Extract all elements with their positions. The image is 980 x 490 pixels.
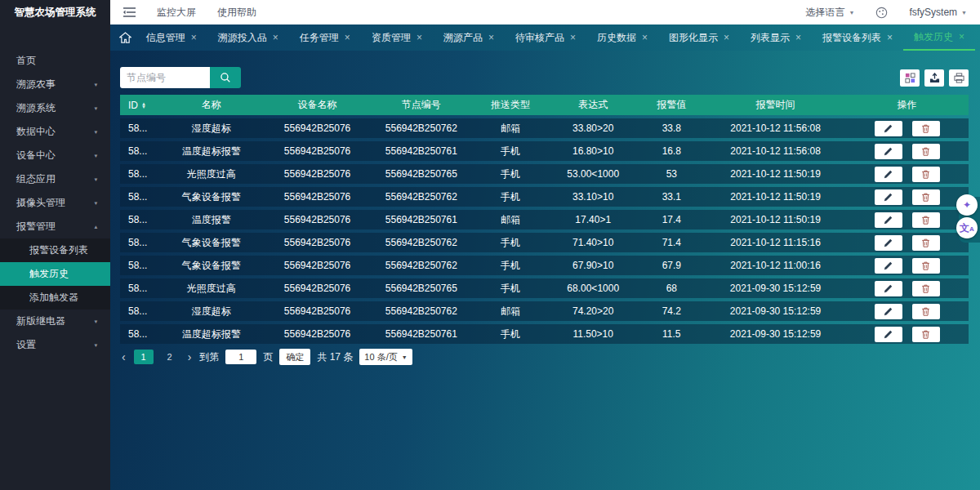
menu-monitor-screen[interactable]: 监控大屏: [157, 6, 196, 20]
sidebar-item[interactable]: 添加触发器: [0, 286, 110, 310]
sidebar-item[interactable]: 报警设备列表: [0, 238, 110, 262]
cell-push: 邮箱: [472, 122, 549, 136]
delete-button[interactable]: [912, 235, 940, 251]
delete-button[interactable]: [912, 212, 940, 228]
tab[interactable]: 溯源投入品 ×: [207, 24, 289, 51]
tab-label: 报警设备列表: [822, 31, 881, 45]
cell-id: 58...: [120, 305, 158, 317]
cell-node: 556942B250762: [371, 237, 473, 248]
sidebar-item[interactable]: 溯源系统 ▼: [0, 96, 110, 120]
chevron-down-icon: ▼: [961, 10, 967, 16]
close-icon[interactable]: ×: [887, 32, 893, 43]
tab[interactable]: 资质管理 ×: [361, 24, 433, 51]
user-menu[interactable]: fsfySystem ▼: [909, 7, 967, 18]
sidebar-item[interactable]: 新版继电器 ▼: [0, 310, 110, 333]
edit-button[interactable]: [875, 327, 902, 342]
cell-value: 17.4: [638, 214, 706, 225]
search-button[interactable]: [210, 67, 241, 88]
pencil-icon: [884, 124, 893, 133]
tab[interactable]: 触发历史 ×: [903, 24, 975, 51]
close-icon[interactable]: ×: [642, 32, 648, 43]
sidebar-item[interactable]: 触发历史: [0, 262, 110, 286]
cell-push: 手机: [472, 145, 549, 158]
delete-button[interactable]: [912, 327, 940, 342]
edit-button[interactable]: [875, 144, 902, 159]
trash-icon: [921, 330, 930, 339]
sidebar-item[interactable]: 组态应用 ▼: [0, 167, 110, 191]
edit-button[interactable]: [875, 212, 902, 228]
tab-home[interactable]: [115, 24, 136, 51]
sidebar-item[interactable]: 报警管理 ▲: [0, 215, 110, 238]
sidebar-item[interactable]: 设备中心 ▼: [0, 144, 110, 167]
page-size-select[interactable]: 10 条/页 ▼: [359, 349, 412, 365]
delete-button[interactable]: [912, 121, 940, 136]
table-row: 58... 温度超标报警 556942B25076 556942B250761 …: [120, 141, 969, 161]
table-row: 58... 湿度超标 556942B25076 556942B250762 邮箱…: [120, 301, 969, 321]
cell-operations: [845, 167, 969, 182]
cell-operations: [845, 212, 969, 228]
page-button-2[interactable]: 2: [160, 350, 180, 364]
tab[interactable]: 任务管理 ×: [289, 24, 361, 51]
column-filter-button[interactable]: [900, 69, 920, 87]
collapse-sidebar-button[interactable]: [123, 7, 136, 17]
delete-button[interactable]: [912, 189, 940, 205]
goto-confirm-button[interactable]: 确定: [279, 349, 310, 365]
print-button[interactable]: [949, 69, 969, 87]
delete-button[interactable]: [912, 258, 940, 274]
ai-assistant-button[interactable]: ✦: [956, 194, 978, 216]
edit-button[interactable]: [875, 304, 902, 319]
tab[interactable]: 溯源产品 ×: [433, 24, 505, 51]
close-icon[interactable]: ×: [488, 32, 494, 43]
close-icon[interactable]: ×: [959, 31, 964, 42]
trash-icon: [921, 238, 930, 247]
translate-button[interactable]: 文A: [956, 217, 978, 238]
export-button[interactable]: [924, 69, 944, 87]
edit-button[interactable]: [875, 235, 902, 251]
delete-button[interactable]: [912, 281, 940, 296]
sidebar-item[interactable]: 溯源农事 ▼: [0, 73, 110, 96]
close-icon[interactable]: ×: [795, 32, 801, 43]
close-icon[interactable]: ×: [724, 32, 729, 43]
sidebar-item[interactable]: 数据中心 ▼: [0, 120, 110, 144]
delete-button[interactable]: [912, 304, 940, 319]
pencil-icon: [884, 147, 893, 156]
sidebar-item-label: 溯源系统: [16, 101, 93, 115]
cell-time: 2021-10-12 11:50:19: [706, 168, 845, 180]
cell-time: 2021-10-12 11:50:19: [706, 214, 845, 225]
sidebar-item[interactable]: 摄像头管理 ▼: [0, 191, 110, 215]
page-button-1[interactable]: 1: [134, 350, 154, 364]
edit-button[interactable]: [875, 189, 902, 205]
edit-button[interactable]: [875, 121, 902, 136]
node-number-search-input[interactable]: [120, 67, 210, 88]
trash-icon: [921, 261, 930, 270]
sort-control[interactable]: ▲ ▼: [141, 102, 146, 109]
tab[interactable]: 列表显示 ×: [740, 24, 812, 51]
edit-button[interactable]: [875, 258, 902, 274]
close-icon[interactable]: ×: [416, 32, 422, 43]
sidebar-item[interactable]: 设置 ▼: [0, 333, 110, 357]
edit-button[interactable]: [875, 167, 902, 182]
tab[interactable]: 报警设备列表 ×: [812, 24, 903, 51]
tab[interactable]: 信息管理 ×: [136, 24, 207, 51]
theme-palette-button[interactable]: [875, 7, 888, 19]
tab[interactable]: 图形化显示 ×: [658, 24, 740, 51]
cell-time: 2021-10-12 11:50:19: [706, 191, 845, 203]
cell-expr: 16.80>10: [549, 145, 638, 157]
menu-help[interactable]: 使用帮助: [217, 6, 256, 20]
close-icon[interactable]: ×: [191, 32, 197, 43]
sidebar-item[interactable]: 首页: [0, 49, 110, 73]
language-selector[interactable]: 选择语言 ▼: [805, 6, 854, 20]
close-icon[interactable]: ×: [345, 32, 350, 43]
goto-page-input[interactable]: [225, 350, 256, 364]
next-page-button[interactable]: ›: [186, 350, 194, 363]
edit-button[interactable]: [875, 281, 902, 296]
delete-button[interactable]: [912, 167, 940, 182]
tab[interactable]: 待审核产品 ×: [505, 24, 586, 51]
prev-page-button[interactable]: ‹: [120, 350, 127, 363]
chevron-down-icon: ▼: [849, 10, 854, 16]
cell-id: 58...: [120, 168, 158, 180]
delete-button[interactable]: [912, 144, 940, 159]
tab[interactable]: 历史数据 ×: [586, 24, 658, 51]
close-icon[interactable]: ×: [273, 32, 278, 43]
close-icon[interactable]: ×: [570, 32, 576, 43]
